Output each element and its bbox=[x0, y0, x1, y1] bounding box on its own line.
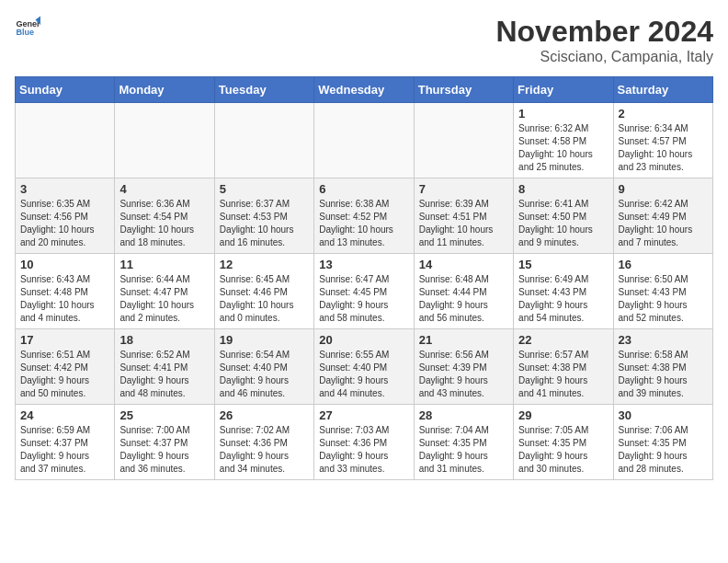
day-info: Sunrise: 7:02 AM Sunset: 4:36 PM Dayligh… bbox=[220, 424, 309, 476]
day-cell: 13Sunrise: 6:47 AM Sunset: 4:45 PM Dayli… bbox=[314, 254, 414, 329]
day-cell: 17Sunrise: 6:51 AM Sunset: 4:42 PM Dayli… bbox=[16, 329, 115, 405]
day-cell: 6Sunrise: 6:38 AM Sunset: 4:52 PM Daylig… bbox=[314, 178, 414, 254]
day-info: Sunrise: 6:47 AM Sunset: 4:45 PM Dayligh… bbox=[319, 273, 408, 325]
svg-text:Blue: Blue bbox=[16, 28, 34, 37]
header-cell-wednesday: Wednesday bbox=[314, 77, 414, 103]
calendar-subtitle: Scisciano, Campania, Italy bbox=[495, 49, 713, 65]
day-cell: 24Sunrise: 6:59 AM Sunset: 4:37 PM Dayli… bbox=[16, 405, 115, 480]
day-number: 27 bbox=[319, 408, 408, 422]
day-cell: 10Sunrise: 6:43 AM Sunset: 4:48 PM Dayli… bbox=[16, 254, 115, 329]
day-cell: 9Sunrise: 6:42 AM Sunset: 4:49 PM Daylig… bbox=[613, 178, 712, 254]
day-info: Sunrise: 6:32 AM Sunset: 4:58 PM Dayligh… bbox=[518, 122, 608, 174]
header-cell-friday: Friday bbox=[514, 77, 613, 103]
week-row-1: 1Sunrise: 6:32 AM Sunset: 4:58 PM Daylig… bbox=[16, 103, 713, 178]
day-info: Sunrise: 6:37 AM Sunset: 4:53 PM Dayligh… bbox=[220, 198, 309, 249]
day-cell: 25Sunrise: 7:00 AM Sunset: 4:37 PM Dayli… bbox=[115, 405, 214, 480]
day-number: 14 bbox=[419, 258, 508, 271]
day-info: Sunrise: 6:39 AM Sunset: 4:51 PM Dayligh… bbox=[419, 198, 508, 249]
day-number: 22 bbox=[518, 333, 608, 347]
day-number: 16 bbox=[619, 258, 708, 271]
day-number: 19 bbox=[220, 333, 309, 347]
day-number: 6 bbox=[319, 182, 408, 196]
calendar-header-row: SundayMondayTuesdayWednesdayThursdayFrid… bbox=[16, 77, 713, 103]
header-cell-saturday: Saturday bbox=[613, 77, 712, 103]
week-row-3: 10Sunrise: 6:43 AM Sunset: 4:48 PM Dayli… bbox=[16, 254, 713, 329]
day-cell bbox=[16, 103, 115, 178]
day-info: Sunrise: 6:42 AM Sunset: 4:49 PM Dayligh… bbox=[619, 198, 708, 249]
day-number: 26 bbox=[220, 408, 309, 422]
week-row-2: 3Sunrise: 6:35 AM Sunset: 4:56 PM Daylig… bbox=[16, 178, 713, 254]
day-info: Sunrise: 6:44 AM Sunset: 4:47 PM Dayligh… bbox=[119, 273, 209, 325]
day-number: 12 bbox=[220, 258, 309, 271]
day-number: 24 bbox=[20, 408, 109, 422]
day-info: Sunrise: 7:06 AM Sunset: 4:35 PM Dayligh… bbox=[619, 424, 708, 476]
day-number: 3 bbox=[20, 182, 109, 196]
day-info: Sunrise: 6:41 AM Sunset: 4:50 PM Dayligh… bbox=[518, 198, 608, 249]
header-cell-tuesday: Tuesday bbox=[214, 77, 313, 103]
day-number: 13 bbox=[319, 258, 408, 271]
day-cell: 30Sunrise: 7:06 AM Sunset: 4:35 PM Dayli… bbox=[613, 405, 712, 480]
day-info: Sunrise: 6:49 AM Sunset: 4:43 PM Dayligh… bbox=[518, 273, 608, 325]
week-row-5: 24Sunrise: 6:59 AM Sunset: 4:37 PM Dayli… bbox=[16, 405, 713, 480]
day-number: 11 bbox=[119, 258, 209, 271]
day-info: Sunrise: 7:00 AM Sunset: 4:37 PM Dayligh… bbox=[119, 424, 209, 476]
day-info: Sunrise: 6:50 AM Sunset: 4:43 PM Dayligh… bbox=[619, 273, 708, 325]
calendar-title: November 2024 bbox=[495, 15, 713, 49]
day-cell: 21Sunrise: 6:56 AM Sunset: 4:39 PM Dayli… bbox=[414, 329, 513, 405]
title-area: November 2024 Scisciano, Campania, Italy bbox=[495, 15, 713, 65]
day-info: Sunrise: 6:35 AM Sunset: 4:56 PM Dayligh… bbox=[20, 198, 109, 249]
day-info: Sunrise: 6:59 AM Sunset: 4:37 PM Dayligh… bbox=[20, 424, 109, 476]
day-info: Sunrise: 6:58 AM Sunset: 4:38 PM Dayligh… bbox=[619, 349, 708, 400]
day-info: Sunrise: 6:38 AM Sunset: 4:52 PM Dayligh… bbox=[319, 198, 408, 249]
day-cell: 14Sunrise: 6:48 AM Sunset: 4:44 PM Dayli… bbox=[414, 254, 513, 329]
day-cell: 26Sunrise: 7:02 AM Sunset: 4:36 PM Dayli… bbox=[214, 405, 313, 480]
day-number: 29 bbox=[518, 408, 608, 422]
day-cell: 1Sunrise: 6:32 AM Sunset: 4:58 PM Daylig… bbox=[514, 103, 613, 178]
day-cell: 12Sunrise: 6:45 AM Sunset: 4:46 PM Dayli… bbox=[214, 254, 313, 329]
day-number: 30 bbox=[619, 408, 708, 422]
day-info: Sunrise: 7:05 AM Sunset: 4:35 PM Dayligh… bbox=[518, 424, 608, 476]
header: General Blue November 2024 Scisciano, Ca… bbox=[15, 15, 713, 65]
day-cell: 8Sunrise: 6:41 AM Sunset: 4:50 PM Daylig… bbox=[514, 178, 613, 254]
day-cell: 11Sunrise: 6:44 AM Sunset: 4:47 PM Dayli… bbox=[115, 254, 214, 329]
header-cell-monday: Monday bbox=[115, 77, 214, 103]
header-cell-sunday: Sunday bbox=[16, 77, 115, 103]
day-info: Sunrise: 6:51 AM Sunset: 4:42 PM Dayligh… bbox=[20, 349, 109, 400]
day-cell: 3Sunrise: 6:35 AM Sunset: 4:56 PM Daylig… bbox=[16, 178, 115, 254]
day-cell: 23Sunrise: 6:58 AM Sunset: 4:38 PM Dayli… bbox=[613, 329, 712, 405]
day-number: 2 bbox=[619, 107, 708, 121]
day-cell bbox=[214, 103, 313, 178]
day-info: Sunrise: 6:36 AM Sunset: 4:54 PM Dayligh… bbox=[119, 198, 209, 249]
calendar-table: SundayMondayTuesdayWednesdayThursdayFrid… bbox=[15, 76, 713, 480]
day-number: 4 bbox=[119, 182, 209, 196]
day-number: 17 bbox=[20, 333, 109, 347]
day-info: Sunrise: 6:34 AM Sunset: 4:57 PM Dayligh… bbox=[619, 122, 708, 174]
day-cell: 28Sunrise: 7:04 AM Sunset: 4:35 PM Dayli… bbox=[414, 405, 513, 480]
day-number: 21 bbox=[419, 333, 508, 347]
day-cell: 5Sunrise: 6:37 AM Sunset: 4:53 PM Daylig… bbox=[214, 178, 313, 254]
day-cell: 4Sunrise: 6:36 AM Sunset: 4:54 PM Daylig… bbox=[115, 178, 214, 254]
day-info: Sunrise: 7:03 AM Sunset: 4:36 PM Dayligh… bbox=[319, 424, 408, 476]
day-info: Sunrise: 6:43 AM Sunset: 4:48 PM Dayligh… bbox=[20, 273, 109, 325]
day-cell: 19Sunrise: 6:54 AM Sunset: 4:40 PM Dayli… bbox=[214, 329, 313, 405]
logo: General Blue bbox=[15, 15, 40, 40]
day-cell bbox=[314, 103, 414, 178]
day-number: 5 bbox=[220, 182, 309, 196]
day-cell: 15Sunrise: 6:49 AM Sunset: 4:43 PM Dayli… bbox=[514, 254, 613, 329]
day-number: 9 bbox=[619, 182, 708, 196]
day-number: 28 bbox=[419, 408, 508, 422]
day-number: 7 bbox=[419, 182, 508, 196]
day-number: 25 bbox=[119, 408, 209, 422]
day-info: Sunrise: 7:04 AM Sunset: 4:35 PM Dayligh… bbox=[419, 424, 508, 476]
day-number: 1 bbox=[518, 107, 608, 121]
day-cell: 2Sunrise: 6:34 AM Sunset: 4:57 PM Daylig… bbox=[613, 103, 712, 178]
day-info: Sunrise: 6:56 AM Sunset: 4:39 PM Dayligh… bbox=[419, 349, 508, 400]
day-number: 20 bbox=[319, 333, 408, 347]
day-cell bbox=[414, 103, 513, 178]
day-cell: 20Sunrise: 6:55 AM Sunset: 4:40 PM Dayli… bbox=[314, 329, 414, 405]
day-info: Sunrise: 6:45 AM Sunset: 4:46 PM Dayligh… bbox=[220, 273, 309, 325]
day-number: 8 bbox=[518, 182, 608, 196]
day-info: Sunrise: 6:52 AM Sunset: 4:41 PM Dayligh… bbox=[119, 349, 209, 400]
day-cell: 22Sunrise: 6:57 AM Sunset: 4:38 PM Dayli… bbox=[514, 329, 613, 405]
day-info: Sunrise: 6:57 AM Sunset: 4:38 PM Dayligh… bbox=[518, 349, 608, 400]
